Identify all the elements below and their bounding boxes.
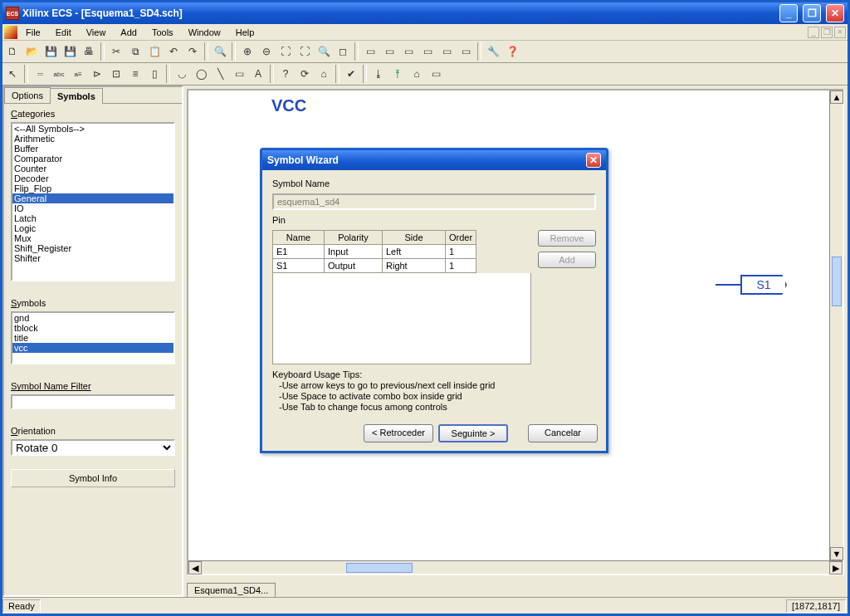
category-item[interactable]: Shifter [12, 253, 173, 263]
next-button[interactable]: Seguinte > [438, 424, 508, 442]
bus-tap-icon[interactable]: ⊳ [88, 65, 106, 83]
dialog-close-button[interactable]: ✕ [586, 153, 601, 168]
window-tileh-icon[interactable]: ▭ [399, 42, 418, 61]
menu-edit[interactable]: Edit [49, 26, 78, 39]
window-split-icon[interactable]: ▭ [437, 42, 456, 61]
document-tab[interactable]: Esquema1_SD4... [187, 583, 276, 597]
text-icon[interactable]: A [249, 65, 267, 83]
back-button[interactable]: < Retroceder [364, 424, 433, 442]
rename-icon[interactable]: a≡ [69, 65, 87, 83]
mdi-minimize-button[interactable]: _ [808, 27, 819, 38]
category-item[interactable]: IO [12, 203, 173, 213]
category-item[interactable]: Latch [12, 213, 173, 223]
tab-symbols[interactable]: Symbols [50, 88, 103, 104]
help-small-icon[interactable]: ? [276, 65, 295, 83]
window-cascade-icon[interactable]: ▭ [361, 42, 379, 61]
symbol-item[interactable]: vcc [12, 343, 173, 353]
category-item[interactable]: Decoder [12, 174, 173, 183]
zoom-select-icon[interactable]: ⛶ [296, 42, 314, 61]
zoom-out-icon[interactable]: ⊖ [257, 42, 276, 61]
print-icon[interactable]: 🖶 [80, 42, 98, 61]
scroll-down-icon[interactable]: ▼ [830, 547, 843, 560]
horizontal-scrollbar[interactable]: ◀ ▶ [188, 560, 843, 574]
filter-input[interactable] [11, 394, 175, 409]
net-name-icon[interactable]: abc [50, 65, 68, 83]
category-item[interactable]: Comparator [12, 154, 173, 164]
circle-icon[interactable]: ◯ [192, 65, 210, 83]
hscroll-thumb[interactable] [346, 563, 413, 573]
window-tile2-icon[interactable]: ▭ [418, 42, 437, 61]
menu-tools[interactable]: Tools [145, 26, 180, 39]
cut-icon[interactable]: ✂ [107, 42, 125, 61]
copy-icon[interactable]: ⧉ [126, 42, 144, 61]
menu-help[interactable]: Help [229, 26, 261, 39]
pin-row[interactable]: S1OutputRight1 [273, 259, 476, 273]
categories-list[interactable]: <--All Symbols-->ArithmeticBufferCompara… [11, 122, 175, 281]
window-tilev-icon[interactable]: ▭ [380, 42, 398, 61]
save-icon[interactable]: 💾 [42, 42, 60, 61]
category-item[interactable]: Mux [12, 233, 173, 243]
select-icon[interactable]: ↖ [3, 65, 22, 83]
zoom-area-icon[interactable]: 🔍 [315, 42, 333, 61]
window-maximize-button[interactable]: ❐ [803, 4, 821, 22]
wire-icon[interactable]: ⎓ [31, 65, 49, 83]
push-down-icon[interactable]: ⭳ [369, 65, 388, 83]
menu-view[interactable]: View [80, 26, 113, 39]
category-item[interactable]: Buffer [12, 144, 173, 154]
window-close-button[interactable]: ✕ [826, 4, 844, 22]
mdi-restore-button[interactable]: ❐ [821, 27, 833, 38]
vscroll-thumb[interactable] [832, 257, 842, 306]
flat-icon[interactable]: ▭ [427, 65, 445, 83]
push-up-icon[interactable]: ⭱ [388, 65, 407, 83]
scroll-left-icon[interactable]: ◀ [188, 561, 202, 574]
find-icon[interactable]: 🔍 [211, 42, 229, 61]
help-context-icon[interactable]: ❓ [503, 42, 521, 61]
category-item[interactable]: Arithmetic [12, 134, 173, 144]
window-minimize-button[interactable]: _ [779, 4, 798, 22]
tool-wrench-icon[interactable]: 🔧 [484, 42, 502, 61]
refresh-icon[interactable]: ⟳ [296, 65, 314, 83]
symbol-item[interactable]: gnd [12, 313, 173, 323]
io-marker-icon[interactable]: ⊡ [107, 65, 125, 83]
vertical-scrollbar[interactable]: ▲ ▼ [829, 90, 843, 560]
add-button[interactable]: Add [538, 252, 596, 268]
line-icon[interactable]: ╲ [211, 65, 229, 83]
symbol-item[interactable]: tblock [12, 323, 173, 333]
open-icon[interactable]: 📂 [22, 42, 41, 61]
category-item[interactable]: Flip_Flop [12, 183, 173, 193]
category-item[interactable]: Counter [12, 164, 173, 174]
menu-file[interactable]: File [19, 26, 47, 39]
orientation-select[interactable]: Rotate 0 [11, 439, 175, 456]
redo-icon[interactable]: ↷ [183, 42, 202, 61]
undo-icon[interactable]: ↶ [164, 42, 183, 61]
symbols-list[interactable]: gndtblocktitlevcc [11, 311, 175, 364]
bus-icon[interactable]: ≡ [126, 65, 144, 83]
new-icon[interactable]: 🗋 [3, 42, 22, 61]
remove-button[interactable]: Remove [538, 230, 596, 247]
tab-options[interactable]: Options [4, 87, 51, 103]
pop-icon[interactable]: ⌂ [408, 65, 426, 83]
paste-icon[interactable]: 📋 [145, 42, 164, 61]
mdi-close-button[interactable]: × [834, 27, 846, 38]
check-icon[interactable]: ✔ [342, 65, 360, 83]
scroll-up-icon[interactable]: ▲ [830, 90, 843, 104]
cancel-button[interactable]: Cancelar [528, 424, 598, 442]
zoom-fit-icon[interactable]: ⛶ [276, 42, 295, 61]
scroll-right-icon[interactable]: ▶ [829, 561, 843, 574]
rect-icon[interactable]: ▭ [230, 65, 248, 83]
category-item[interactable]: General [12, 193, 173, 203]
pin-grid[interactable]: Name Polarity Side Order E1InputLeft1S1O… [272, 230, 476, 273]
category-item[interactable]: Shift_Register [12, 243, 173, 253]
zoom-full-icon[interactable]: ◻ [334, 42, 352, 61]
port-marker[interactable]: S1 [716, 275, 787, 295]
symbol-icon[interactable]: ▯ [145, 65, 164, 83]
save-all-icon[interactable]: 💾 [61, 42, 79, 61]
category-item[interactable]: <--All Symbols--> [12, 124, 173, 134]
symbol-item[interactable]: title [12, 333, 173, 343]
menu-add[interactable]: Add [114, 26, 144, 39]
pin-row[interactable]: E1InputLeft1 [273, 245, 476, 259]
arc-icon[interactable]: ◡ [173, 65, 191, 83]
hierarchy-icon[interactable]: ⌂ [315, 65, 333, 83]
category-item[interactable]: Logic [12, 223, 173, 233]
window-panes-icon[interactable]: ▭ [457, 42, 475, 61]
